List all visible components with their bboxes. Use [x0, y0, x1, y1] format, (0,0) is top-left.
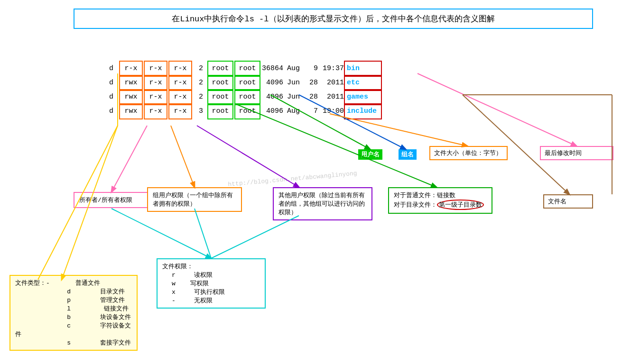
perm3: r-x [168, 89, 192, 105]
filename-annotation: 文件名 [543, 194, 593, 209]
svg-line-12 [418, 73, 576, 146]
day: 28 [306, 90, 318, 104]
link-count: 3 [193, 104, 207, 118]
svg-line-3 [171, 126, 195, 187]
file-listing: d r-x r-x r-x 2 root root 36864 Aug 9 19… [109, 62, 382, 118]
file-size: 4096 [261, 90, 287, 104]
group-name: root [234, 103, 260, 119]
first-level-dirs-highlight: 第一级子目录数 [437, 200, 484, 210]
filetype-annotation: 文件类型：- 普通文件 d 目录文件 p 管理文件 l 链接文件 b 块设备文件… [9, 275, 138, 351]
perm1: rwx [119, 103, 143, 119]
group-name: root [234, 75, 260, 91]
month: Jun [287, 76, 306, 90]
day: 28 [306, 76, 318, 90]
svg-line-5 [111, 209, 211, 258]
perm3: r-x [168, 75, 192, 91]
file-name: etc [344, 75, 382, 91]
lastmodified-annotation: 最后修改时间 [540, 146, 613, 160]
file-name: games [344, 89, 382, 105]
watermark: http://blog.csdn.net/abcwanglinyong [228, 170, 357, 188]
fileperms-annotation: 文件权限： r 读权限 w 写权限 x 可执行权限 - 无权限 [157, 258, 266, 309]
title-text: 在Linux中执行命令ls -l（以列表的形式显示文件）后，文件中各个信息代表的… [172, 15, 494, 24]
file-type: d [109, 76, 119, 90]
link-count: 2 [193, 62, 207, 76]
perm1: r-x [119, 61, 143, 77]
page-title: 在Linux中执行命令ls -l（以列表的形式显示文件）后，文件中各个信息代表的… [74, 9, 593, 29]
file-type: d [109, 104, 119, 118]
perm2: r-x [144, 75, 167, 91]
file-row: d rwx r-x r-x 3 root root 4096 Aug 7 19:… [109, 104, 382, 118]
month: Aug [287, 62, 306, 76]
perm1: rwx [119, 89, 143, 105]
groupperms-annotation: 组用户权限（一个组中除所有者拥有的权限） [147, 187, 242, 212]
file-type: d [109, 90, 119, 104]
user-name: root [207, 103, 233, 119]
time: 19:00 [318, 104, 344, 118]
link-count: 2 [193, 90, 207, 104]
svg-line-6 [195, 209, 211, 258]
svg-line-14 [463, 95, 569, 194]
linkcount-annotation: 对于普通文件：链接数 对于目录文件：第一级子目录数 [388, 187, 492, 214]
file-name: include [344, 103, 382, 119]
username-label: 用户名 [358, 149, 382, 160]
perm2: r-x [144, 61, 167, 77]
day: 9 [306, 62, 318, 76]
user-name: root [207, 75, 233, 91]
file-row: d r-x r-x r-x 2 root root 36864 Aug 9 19… [109, 62, 382, 76]
time: 19:37 [318, 62, 344, 76]
svg-line-7 [211, 216, 299, 258]
link-count: 2 [193, 76, 207, 90]
file-name: bin [344, 61, 382, 77]
time: 2011 [318, 90, 344, 104]
file-size: 36864 [261, 62, 287, 76]
perm3: r-x [168, 103, 192, 119]
month: Jun [287, 90, 306, 104]
user-name: root [207, 89, 233, 105]
file-row: d rwx r-x r-x 2 root root 4096 Jun 28 20… [109, 76, 382, 90]
perm3: r-x [168, 61, 192, 77]
perm1: rwx [119, 75, 143, 91]
perm2: r-x [144, 89, 167, 105]
file-size: 4096 [261, 76, 287, 90]
time: 2011 [318, 76, 344, 90]
groupname-label: 组名 [399, 149, 417, 160]
owner-annotation: 所有者/所有者权限 [74, 192, 149, 208]
file-type: d [109, 62, 119, 76]
day: 7 [306, 104, 318, 118]
perm2: r-x [144, 103, 167, 119]
group-name: root [234, 61, 260, 77]
svg-line-2 [111, 126, 147, 192]
user-name: root [207, 61, 233, 77]
file-size: 4096 [261, 104, 287, 118]
filesize-annotation: 文件大小（单位：字节） [429, 146, 508, 160]
otherperms-annotation: 其他用户权限（除过当前有所有者的组，其他组可以进行访问的权限） [273, 187, 372, 220]
file-row: d rwx r-x r-x 2 root root 4096 Jun 28 20… [109, 90, 382, 104]
month: Aug [287, 104, 306, 118]
group-name: root [234, 89, 260, 105]
